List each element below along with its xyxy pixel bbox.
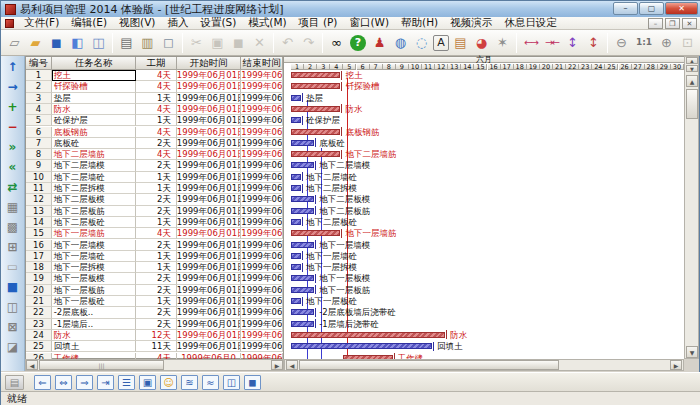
table-row[interactable]: 20地下一层板筋2天1999年06月01日1999年06月0: [26, 285, 283, 296]
cell-dur[interactable]: 1天: [136, 115, 177, 126]
gantt-scroll-right-button[interactable]: ▶: [670, 360, 682, 370]
menu-item-1[interactable]: 文件(F): [18, 16, 65, 30]
gantt-bar[interactable]: [291, 151, 340, 157]
table-row[interactable]: 7底板砼2天1999年06月01日1999年06月0: [26, 138, 283, 149]
hatch-view-icon[interactable]: ▩: [4, 218, 22, 236]
cell-dur[interactable]: 2天: [136, 160, 177, 171]
cell-name[interactable]: 地下一层板砼: [52, 296, 136, 307]
cell-id[interactable]: 14: [26, 217, 52, 228]
cell-dur[interactable]: 4天: [136, 104, 177, 115]
cell-dur[interactable]: 11天: [136, 341, 177, 352]
cell-id[interactable]: 13: [26, 206, 52, 217]
cell-start[interactable]: 1999年06月01日: [177, 251, 241, 262]
table-row[interactable]: 8地下二层墙筋4天1999年06月01日1999年06月0: [26, 149, 283, 160]
cell-id[interactable]: 24: [26, 330, 52, 341]
frame-view-icon[interactable]: ▣: [139, 375, 156, 390]
cell-end[interactable]: 1999年06月0: [241, 194, 283, 205]
cell-dur[interactable]: 4天: [136, 127, 177, 138]
cell-start[interactable]: 1999年06月01日: [177, 307, 241, 318]
cell-dur[interactable]: 4天: [136, 228, 177, 239]
gantt-bar[interactable]: [291, 309, 314, 315]
cell-name[interactable]: 地下二层板砼: [52, 217, 136, 228]
cell-dur[interactable]: 2天: [136, 138, 177, 149]
cell-start[interactable]: 1999年06月01日: [177, 319, 241, 330]
cell-name[interactable]: 挖土: [52, 70, 136, 81]
cell-id[interactable]: 7: [26, 138, 52, 149]
cell-start[interactable]: 1999年06月01日: [177, 206, 241, 217]
arrange-icon[interactable]: ⇄: [4, 178, 22, 196]
table-row[interactable]: 9地下二层墙模2天1999年06月01日1999年06月0: [26, 160, 283, 171]
gantt-bar[interactable]: [291, 185, 301, 191]
cell-name[interactable]: -1层墙后..: [52, 319, 136, 330]
header-scroll-down-button[interactable]: ▼: [686, 65, 698, 72]
cell-end[interactable]: 1999年06月0: [241, 206, 283, 217]
table-row[interactable]: 12地下二层板模2天1999年06月01日1999年06月0: [26, 194, 283, 205]
cell-dur[interactable]: 4天: [136, 149, 177, 160]
gantt-bar[interactable]: [291, 162, 314, 168]
cell-id[interactable]: 6: [26, 127, 52, 138]
cell-dur[interactable]: 1天: [136, 251, 177, 262]
gantt-bar[interactable]: [291, 196, 314, 202]
share-icon[interactable]: ◌: [412, 33, 431, 52]
cell-start[interactable]: 1999年06月01日: [177, 104, 241, 115]
cell-start[interactable]: 1999年06月01日: [177, 273, 241, 284]
table-row[interactable]: 23-1层墙后..2天1999年06月01日1999年06月0: [26, 319, 283, 330]
table-row[interactable]: 5砼保护层1天1999年06月01日1999年06月0: [26, 115, 283, 126]
cell-start[interactable]: 1999年06月01日: [177, 330, 241, 341]
web-icon[interactable]: ◍: [391, 33, 410, 52]
gantt-bar[interactable]: [291, 72, 340, 78]
cell-id[interactable]: 12: [26, 194, 52, 205]
gantt-horizontal-scrollbar[interactable]: ◀ ▶: [284, 359, 684, 371]
cell-end[interactable]: 1999年06月0: [241, 217, 283, 228]
expand-horizontal-icon[interactable]: ←→: [521, 33, 540, 52]
cell-id[interactable]: 19: [26, 273, 52, 284]
cell-end[interactable]: 1999年06月0: [241, 160, 283, 171]
cell-dur[interactable]: 1天: [136, 93, 177, 104]
menu-item-6[interactable]: 模式(M): [242, 16, 292, 30]
cell-name[interactable]: 钎探验槽: [52, 81, 136, 92]
grid-view-icon[interactable]: ▦: [4, 198, 22, 216]
gantt-scroll-left-button[interactable]: ◀: [286, 360, 298, 370]
cell-start[interactable]: 1999年06月01日: [177, 285, 241, 296]
table-scroll-left-button[interactable]: ◀: [26, 360, 38, 370]
table-row[interactable]: 1挖土4天1999年06月01日1999年06月0: [26, 70, 283, 81]
gantt-bar[interactable]: [291, 253, 301, 259]
table-row[interactable]: 2钎探验槽4天1999年06月01日1999年06月0: [26, 81, 283, 92]
cell-name[interactable]: 底板钢筋: [52, 127, 136, 138]
cell-dur[interactable]: 2天: [136, 307, 177, 318]
column-header-dur[interactable]: 工期: [136, 57, 177, 70]
gantt-bar[interactable]: [291, 230, 340, 236]
cell-id[interactable]: 2: [26, 81, 52, 92]
print-preview-icon[interactable]: ◻: [159, 33, 178, 52]
gantt-scroll-thumb[interactable]: [299, 360, 559, 370]
cell-end[interactable]: 1999年06月0: [241, 149, 283, 160]
cell-end[interactable]: 1999年06月0: [241, 81, 283, 92]
cell-id[interactable]: 16: [26, 240, 52, 251]
resource-person-icon[interactable]: ☺: [160, 375, 177, 390]
table-row[interactable]: 21地下一层板砼1天1999年06月01日1999年06月0: [26, 296, 283, 307]
gantt-bar[interactable]: [291, 219, 301, 225]
cell-start[interactable]: 1999年06月01日: [177, 240, 241, 251]
cell-start[interactable]: 1999年06月01日: [177, 217, 241, 228]
cell-end[interactable]: 1999年06月0: [241, 115, 283, 126]
gantt-bar[interactable]: [291, 343, 432, 349]
table-row[interactable]: 13地下二层板筋2天1999年06月01日1999年06月0: [26, 206, 283, 217]
cell-start[interactable]: 1999年06月01日: [177, 93, 241, 104]
maximize-button[interactable]: ▢: [639, 2, 664, 15]
cell-end[interactable]: 1999年06月0: [241, 104, 283, 115]
indent-task-icon[interactable]: ⇥: [97, 375, 114, 390]
remove-task-icon[interactable]: −: [4, 118, 22, 136]
table-row[interactable]: 10地下二层墙砼1天1999年06月01日1999年06月0: [26, 172, 283, 183]
open-file-icon[interactable]: ▰: [26, 33, 45, 52]
cell-end[interactable]: 1999年06月0: [241, 262, 283, 273]
menu-item-7[interactable]: 项目 (P): [293, 16, 344, 30]
text-tool-icon[interactable]: A: [433, 35, 449, 51]
cell-id[interactable]: 22: [26, 307, 52, 318]
menu-item-3[interactable]: 视图(V): [113, 16, 161, 30]
cell-end[interactable]: 1999年06月0: [241, 183, 283, 194]
table-row[interactable]: 22-2层底板..2天1999年06月01日1999年06月0: [26, 307, 283, 318]
save-as-icon[interactable]: ◧: [68, 33, 87, 52]
cell-start[interactable]: 1999年06月01日: [177, 296, 241, 307]
cell-end[interactable]: 1999年06月0: [241, 273, 283, 284]
gantt-bar[interactable]: [291, 298, 301, 304]
